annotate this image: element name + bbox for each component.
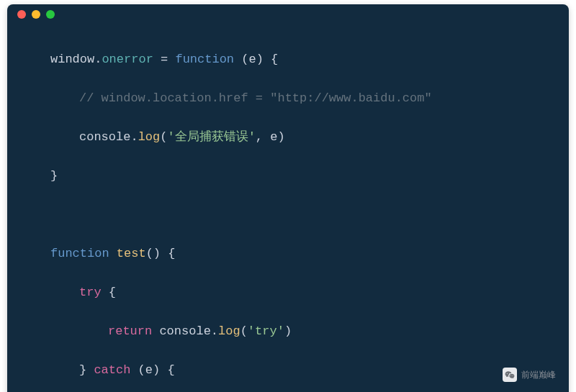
token: e <box>270 130 277 144</box>
token: ( <box>240 324 248 338</box>
watermark-text: 前端巅峰 <box>521 369 556 381</box>
token: { <box>102 286 116 299</box>
code-line: try { <box>50 283 569 302</box>
token: } <box>50 169 58 183</box>
token: , <box>256 130 270 144</box>
minimize-icon[interactable] <box>32 10 40 19</box>
token: window <box>50 53 94 66</box>
token: ( <box>241 53 248 66</box>
token-keyword: return <box>108 324 152 338</box>
token: = <box>153 53 176 66</box>
window-titlebar <box>7 4 569 24</box>
token: . <box>94 53 102 66</box>
token: . <box>211 324 218 338</box>
token <box>86 363 94 377</box>
token-keyword: function <box>50 247 109 260</box>
token-keyword: catch <box>94 363 130 377</box>
code-line: console.log('全局捕获错误', e) <box>50 127 569 147</box>
token: onerror <box>102 53 153 66</box>
token: () { <box>146 247 176 260</box>
token <box>152 324 159 338</box>
token: ) <box>277 130 284 144</box>
token: } <box>79 363 86 377</box>
token: log <box>138 130 161 144</box>
token-keyword: try <box>79 286 102 299</box>
code-line: } catch (e) { <box>50 360 569 380</box>
code-line: // window.location.href = "http://www.ba… <box>50 88 569 108</box>
maximize-icon[interactable] <box>46 10 55 19</box>
token-comment: // window.location.href = "http://www.ba… <box>79 91 432 105</box>
code-line: return console.log('try') <box>50 322 569 341</box>
wechat-icon <box>503 368 517 382</box>
token: console <box>159 324 210 338</box>
token-keyword: function <box>175 53 234 66</box>
token: log <box>218 324 240 338</box>
token: console <box>79 130 130 144</box>
token-string: 'try' <box>248 324 284 338</box>
code-line: function test() { <box>50 244 569 263</box>
token: ) { <box>153 363 175 377</box>
code-line: } <box>50 166 569 186</box>
watermark: 前端巅峰 <box>503 368 556 382</box>
token <box>234 53 241 66</box>
token: . <box>130 130 138 144</box>
token: e <box>145 363 153 377</box>
code-block: window.onerror = function (e) { // windo… <box>7 24 569 392</box>
close-icon[interactable] <box>17 10 26 19</box>
token: ) { <box>256 53 279 66</box>
token: ) <box>284 324 292 338</box>
token: ( <box>160 130 167 144</box>
token-function: test <box>117 247 146 260</box>
token: e <box>248 53 256 66</box>
code-window: window.onerror = function (e) { // windo… <box>7 4 569 392</box>
token: ( <box>130 363 145 377</box>
code-line <box>50 205 569 224</box>
token <box>109 247 117 260</box>
code-line: window.onerror = function (e) { <box>50 50 569 69</box>
token-string: '全局捕获错误' <box>167 130 255 144</box>
